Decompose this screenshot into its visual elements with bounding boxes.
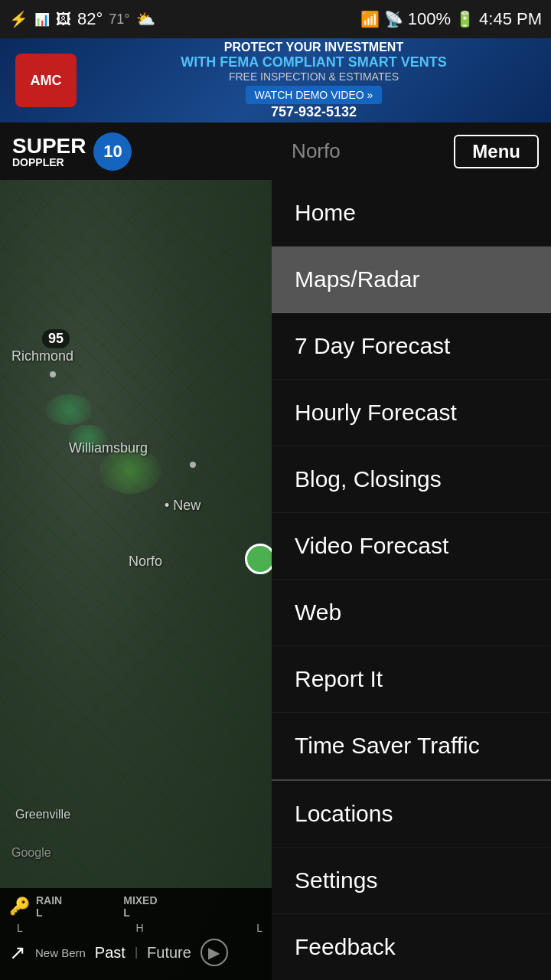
temp-value: 95 <box>48 331 64 346</box>
ad-line2: WITH FEMA COMPLIANT SMART VENTS <box>181 54 446 70</box>
menu-item-maps-radar[interactable]: Maps/Radar <box>272 247 551 313</box>
past-button[interactable]: Past <box>95 944 126 962</box>
app-header: SUPER DOPPLER 10 Norfo Menu <box>0 122 551 180</box>
mixed-label: MIXED L <box>123 894 157 919</box>
logo-10: 10 <box>93 132 132 171</box>
menu-button[interactable]: Menu <box>454 135 539 168</box>
map-texture <box>0 180 279 980</box>
nav-separator: | <box>135 946 138 959</box>
ad-cta[interactable]: WATCH DEMO VIDEO » <box>246 86 383 104</box>
map-label-greenville: Greenville <box>15 808 70 822</box>
share-icon[interactable]: ↗ <box>9 941 26 965</box>
menu-item-report-it[interactable]: Report It <box>272 646 551 713</box>
ad-line1: PROTECT YOUR INVESTMENT <box>181 41 446 54</box>
logo-doppler: DOPPLER <box>12 157 86 168</box>
map-label-google: Google <box>11 846 51 860</box>
menu-item-feedback[interactable]: Feedback <box>272 914 551 980</box>
temperature-high: 82° <box>77 9 103 29</box>
nav-row: ↗ New Bern Past | Future ▶ <box>9 939 270 966</box>
high-indicator: H <box>135 922 143 934</box>
menu-item-time-saver-traffic[interactable]: Time Saver Traffic <box>272 713 551 779</box>
legend-labels: RAIN L MIXED L <box>36 894 158 919</box>
map-label-norfolk: Norfo <box>129 554 162 570</box>
map-area[interactable]: Richmond Williamsburg • New Norfo Greenv… <box>0 180 279 980</box>
temperature-badge: 95 <box>42 329 70 348</box>
menu-item-web[interactable]: Web <box>272 580 551 646</box>
map-background: Richmond Williamsburg • New Norfo Greenv… <box>0 180 279 980</box>
key-icon: 🔑 <box>9 897 30 916</box>
lh-spacer: L H L <box>9 922 270 934</box>
legend-row: 🔑 RAIN L MIXED L <box>9 894 270 919</box>
ad-banner[interactable]: AMC PROTECT YOUR INVESTMENT WITH FEMA CO… <box>0 38 551 122</box>
map-label-richmond: Richmond <box>11 348 73 364</box>
ad-logo: AMC <box>15 54 77 107</box>
menu-item-video-forecast[interactable]: Video Forecast <box>272 513 551 580</box>
map-dot-richmond <box>50 371 56 377</box>
menu-item-locations[interactable]: Locations <box>272 781 551 848</box>
usb-icon: ⚡ <box>9 10 28 28</box>
norfolk-pin <box>245 544 276 574</box>
menu-item-hourly-forecast[interactable]: Hourly Forecast <box>272 380 551 446</box>
bottom-bar: 🔑 RAIN L MIXED L L H L ↗ New Bern Past <box>0 888 279 980</box>
menu-overlay: HomeMaps/Radar7 Day ForecastHourly Forec… <box>272 180 551 980</box>
clock: 4:45 PM <box>479 9 542 29</box>
future-button[interactable]: Future <box>147 944 191 962</box>
ad-text: PROTECT YOUR INVESTMENT WITH FEMA COMPLI… <box>181 41 446 120</box>
battery-icon: 🔋 <box>455 10 474 28</box>
map-label-williamsburg: Williamsburg <box>69 440 148 456</box>
logo-super: SUPER <box>12 136 86 157</box>
temperature-low: 71° <box>109 11 129 28</box>
menu-item-home[interactable]: Home <box>272 180 551 247</box>
menu-item-settings[interactable]: Settings <box>272 848 551 914</box>
signal-icon: 📡 <box>384 10 403 28</box>
app-logo: SUPER DOPPLER 10 <box>12 132 132 171</box>
low-indicator2: L <box>256 922 262 934</box>
header-city: Norfo <box>132 139 454 163</box>
ad-phone: 757-932-5132 <box>181 104 446 120</box>
image-icon: 🖼 <box>56 11 71 28</box>
battery-usage-icon: 📊 <box>34 12 50 27</box>
battery-percent: 100% <box>408 9 451 29</box>
map-dot-williamsburg <box>190 462 196 468</box>
rain-patch-1 <box>46 394 92 425</box>
nav-location-label: New Bern <box>35 946 86 959</box>
status-bar: ⚡ 📊 🖼 82° 71° ⛅ 📶 📡 100% 🔋 4:45 PM <box>0 0 551 38</box>
menu-item-7-day-forecast[interactable]: 7 Day Forecast <box>272 313 551 380</box>
ad-line3: FREE INSPECTION & ESTIMATES <box>181 70 446 83</box>
low-indicator: L <box>17 922 23 934</box>
play-button[interactable]: ▶ <box>201 939 228 966</box>
rain-label: RAIN L <box>36 894 62 919</box>
wifi-icon: 📶 <box>360 10 380 28</box>
menu-item-blog-closings[interactable]: Blog, Closings <box>272 446 551 513</box>
weather-icon: ⛅ <box>136 10 155 28</box>
map-label-newport: • New <box>165 498 201 514</box>
